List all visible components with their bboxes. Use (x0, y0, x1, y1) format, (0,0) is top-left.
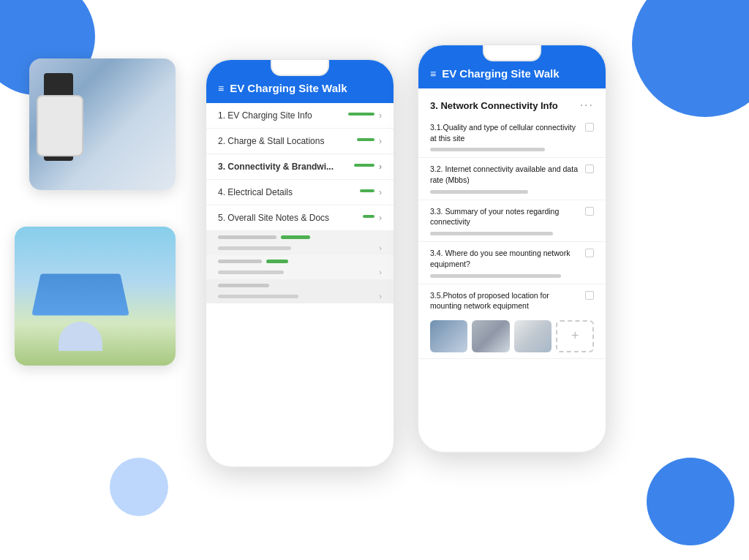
menu-item-2-label: 2. Charge & Stall Locations (218, 136, 324, 146)
checkbox-3-1[interactable] (585, 123, 594, 132)
menu-item-4-label: 4. Electrical Details (218, 187, 293, 197)
sub-section-2: › (206, 255, 394, 279)
placeholder-bar-a (218, 235, 276, 239)
sub-row-1: › (218, 242, 382, 254)
progress-bar-1 (348, 113, 374, 116)
section-title: 3. Network Connectivity Info (430, 100, 558, 111)
sub-row-bars-3 (218, 284, 382, 287)
add-photo-button[interactable]: + (556, 320, 594, 352)
chevron-4: › (379, 187, 382, 197)
photo-thumb-3[interactable] (514, 320, 552, 352)
question-3-4-label: 3.4. Where do you see mounting network e… (430, 248, 594, 269)
photo-thumb-2[interactable] (472, 320, 509, 352)
green-bar-b (266, 260, 288, 263)
checkbox-3-2[interactable] (585, 164, 594, 173)
sub-row-3: › (218, 290, 382, 302)
placeholder-bar-e (218, 284, 269, 287)
section-dots-icon: ··· (580, 99, 594, 112)
checkbox-3-3[interactable] (585, 207, 594, 216)
question-3-5-label: 3.5.Photos of proposed location for moun… (430, 290, 594, 311)
phone-notch-right (483, 45, 541, 61)
menu-item-3-label: 3. Connectivity & Brandwi... (218, 162, 334, 172)
question-3-3-label: 3.3. Summary of your notes regarding con… (430, 206, 594, 227)
chevron-sub-2: › (379, 268, 382, 276)
question-3-2: 3.2. Internet connectivity available and… (418, 158, 606, 200)
input-bar-3-1 (430, 148, 545, 151)
placeholder-bar-c (218, 260, 262, 263)
section-header: 3. Network Connectivity Info ··· (418, 88, 606, 116)
sub-row-2: › (218, 266, 382, 278)
photo-thumb-1[interactable] (430, 320, 467, 352)
question-3-1-label: 3.1.Quality and type of cellular connect… (430, 122, 594, 143)
progress-bar-4 (360, 189, 374, 192)
menu-item-3[interactable]: 3. Connectivity & Brandwi... › (206, 154, 394, 180)
placeholder-bar-f (218, 295, 298, 298)
phone-left-content: 1. EV Charging Site Info › 2. Charge & S… (206, 103, 394, 303)
phone-notch-left (271, 60, 329, 76)
progress-bar-3 (354, 164, 374, 167)
menu-icon-right: ≡ (430, 68, 436, 80)
placeholder-bar-b (218, 246, 291, 250)
chevron-1: › (379, 110, 382, 121)
progress-bar-5 (363, 215, 374, 218)
photo-solar-canopy (15, 227, 176, 366)
bg-circle-br (647, 458, 734, 545)
question-3-1: 3.1.Quality and type of cellular connect… (418, 116, 606, 158)
chevron-5: › (379, 213, 382, 223)
progress-bar-2 (357, 138, 374, 141)
menu-item-2[interactable]: 2. Charge & Stall Locations › (206, 129, 394, 154)
phone-right-content: 3.1.Quality and type of cellular connect… (418, 116, 606, 359)
question-3-2-label: 3.2. Internet connectivity available and… (430, 164, 594, 185)
sub-section-1: › (206, 231, 394, 255)
menu-item-1-label: 1. EV Charging Site Info (218, 110, 312, 121)
bg-circle-bl (110, 458, 168, 516)
menu-item-5-label: 5. Overall Site Notes & Docs (218, 213, 329, 223)
question-3-5: 3.5.Photos of proposed location for moun… (418, 284, 606, 359)
phone-left-title: EV Charging Site Walk (230, 82, 347, 94)
menu-item-5[interactable]: 5. Overall Site Notes & Docs › (206, 205, 394, 231)
chevron-sub-1: › (379, 243, 382, 252)
sub-row-bars-2 (218, 260, 382, 263)
photo-thumbnails: + (430, 316, 594, 352)
checkbox-3-5[interactable] (585, 291, 594, 300)
green-bar-a (281, 235, 310, 239)
menu-item-1[interactable]: 1. EV Charging Site Info › (206, 103, 394, 129)
photo-ev-charger (29, 58, 176, 190)
question-3-3: 3.3. Summary of your notes regarding con… (418, 200, 606, 242)
input-bar-3-4 (430, 274, 561, 278)
checkbox-3-4[interactable] (585, 249, 594, 257)
phone-right-title: EV Charging Site Walk (442, 67, 559, 80)
menu-item-4[interactable]: 4. Electrical Details › (206, 180, 394, 205)
input-bar-3-3 (430, 232, 553, 235)
bg-circle-tr (632, 0, 749, 117)
question-3-4: 3.4. Where do you see mounting network e… (418, 242, 606, 284)
add-photo-icon: + (571, 328, 579, 344)
phone-left: ≡ EV Charging Site Walk 1. EV Charging S… (205, 58, 395, 468)
sub-section-3: › (206, 279, 394, 303)
sub-row-bars-1 (218, 235, 382, 239)
placeholder-bar-d (218, 270, 284, 274)
chevron-sub-3: › (379, 292, 382, 300)
chevron-2: › (379, 136, 382, 146)
menu-icon-left: ≡ (218, 83, 224, 94)
input-bar-3-2 (430, 190, 528, 194)
chevron-3: › (379, 162, 382, 172)
phone-right: ≡ EV Charging Site Walk 3. Network Conne… (417, 44, 607, 453)
